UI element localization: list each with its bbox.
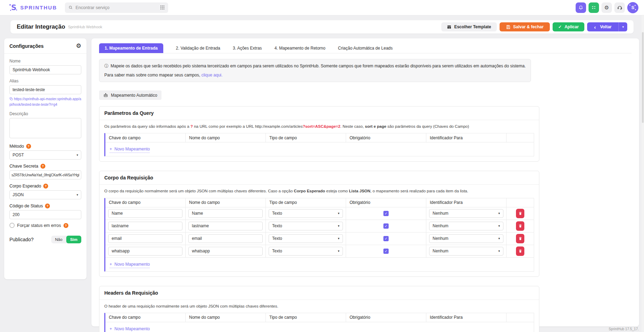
delete-row-button[interactable] (516, 234, 524, 243)
request-body-description: O corpo da requisição normalmente será u… (99, 185, 539, 194)
trash-icon (518, 211, 522, 215)
service-search[interactable] (65, 2, 168, 13)
description-field[interactable] (9, 118, 81, 138)
tasks-button[interactable] (589, 2, 599, 13)
main-content: 1. Mapeamento de Entrada 2. Validação de… (91, 38, 639, 326)
trash-icon (518, 224, 522, 228)
expected-body-help-icon[interactable]: ? (43, 184, 48, 189)
force-status-label: Forçar status em erros (17, 223, 61, 228)
status-help-icon[interactable]: ? (45, 204, 50, 208)
field-type-select[interactable]: Texto▾ (269, 247, 343, 256)
published-label: Publicado? (9, 237, 33, 242)
alias-field[interactable] (9, 85, 81, 94)
chevron-down-icon: ▾ (76, 153, 78, 157)
field-name-input[interactable] (188, 234, 263, 243)
request-headers-title: Headers da Requisição (99, 286, 539, 300)
brand-logo[interactable]: S SPRINTHUB (9, 3, 57, 12)
force-status-help-icon[interactable]: ? (63, 223, 68, 228)
field-key-input[interactable] (108, 247, 182, 256)
sidebar-title: Configurações (9, 43, 44, 49)
search-input[interactable] (76, 5, 160, 10)
field-key-input[interactable] (108, 222, 182, 230)
chevron-down-icon: ▾ (338, 224, 339, 228)
required-checkbox[interactable]: ✓ (383, 211, 389, 216)
mapping-row: Texto▾ ✓ Nenhum▾ (105, 220, 534, 233)
field-key-input[interactable] (108, 234, 182, 243)
gear-icon: ⚙ (604, 5, 609, 11)
status-code-field[interactable] (9, 210, 81, 219)
apps-grid-icon[interactable] (160, 5, 165, 10)
request-headers-description: O header de uma requisição normalmente s… (99, 300, 539, 309)
field-name-input[interactable] (188, 209, 263, 218)
scrollbar[interactable] (642, 15, 644, 332)
tab-extra-actions[interactable]: 3. Ações Extras (233, 43, 262, 53)
auto-mapping-button[interactable]: Mapeamento Automático (99, 90, 162, 100)
expected-body-select[interactable]: JSON ▾ (9, 190, 81, 199)
col-header-name: Nome do campo (186, 133, 266, 142)
force-status-radio[interactable] (9, 223, 15, 228)
template-icon (447, 25, 451, 29)
copy-icon (9, 97, 13, 101)
page-subtitle: SprintHub Webhook (68, 25, 102, 29)
secret-help-icon[interactable]: ? (40, 164, 45, 169)
settings-button[interactable]: ⚙ (601, 2, 612, 13)
col-header-actions (507, 133, 534, 142)
sidebar-gear-icon[interactable]: ⚙ (76, 43, 81, 49)
identifier-select[interactable]: Nenhum▾ (429, 209, 503, 218)
field-name-input[interactable] (188, 222, 263, 230)
field-type-select[interactable]: Texto▾ (269, 222, 343, 230)
check-icon: ✓ (558, 24, 562, 29)
tab-input-mapping[interactable]: 1. Mapeamento de Entrada (99, 43, 163, 53)
published-yes-option[interactable]: Sim (66, 236, 81, 243)
choose-template-button[interactable]: Escolher Template (441, 22, 497, 31)
method-help-icon[interactable]: ? (26, 144, 31, 149)
info-banner: ⓘMapeie os dados que serão recebidos pel… (99, 59, 531, 82)
col-header-required: Obrigatório (346, 198, 426, 207)
back-dropdown-button[interactable]: ▾ (619, 22, 627, 31)
required-checkbox[interactable]: ✓ (383, 249, 389, 254)
query-new-mapping-link[interactable]: + Novo Mapeamento (110, 147, 150, 153)
check-icon: ✓ (384, 237, 387, 241)
apply-button[interactable]: ✓ Aplicar (553, 22, 584, 31)
identifier-select[interactable]: Nenhum▾ (429, 222, 503, 230)
required-checkbox[interactable]: ✓ (383, 236, 389, 241)
tab-input-validation[interactable]: 2. Validação de Entrada (176, 43, 220, 53)
col-header-key: Chave do campo (105, 313, 186, 322)
back-split-button: ‹ Voltar ▾ (587, 22, 627, 31)
field-key-input[interactable] (108, 209, 182, 218)
notifications-button[interactable] (576, 2, 586, 13)
chevron-down-icon: ▾ (622, 25, 624, 29)
user-avatar[interactable]: S (627, 2, 638, 13)
body-new-mapping-link[interactable]: + Novo Mapeamento (110, 262, 150, 268)
secret-key-label: Chave Secreta ? (9, 164, 81, 169)
webhook-url-link[interactable]: https://sprinthub-api-master.sprinthub.a… (9, 96, 81, 107)
learn-more-link[interactable]: clique aqui. (201, 73, 223, 78)
published-no-option[interactable]: Não (51, 236, 66, 243)
save-close-button[interactable]: Salvar & fechar (500, 22, 550, 31)
delete-row-button[interactable] (516, 246, 524, 256)
col-header-key: Chave do campo (105, 133, 186, 142)
mapping-row: Texto▾ ✓ Nenhum▾ (105, 245, 534, 258)
settings-sidebar: Configurações ⚙ Nome Alias https://sprin… (4, 38, 87, 279)
status-code-label: Código de Status ? (9, 204, 81, 208)
col-header-key: Chave do campo (105, 198, 186, 207)
back-button[interactable]: ‹ Voltar (587, 22, 619, 31)
col-header-identifier: Identificador Para (426, 198, 507, 207)
field-type-select[interactable]: Texto▾ (269, 209, 343, 218)
chevron-down-icon: ▾ (498, 224, 500, 228)
headers-new-mapping-link[interactable]: + Novo Mapeamento (110, 326, 150, 332)
identifier-select[interactable]: Nenhum▾ (429, 234, 503, 243)
delete-row-button[interactable] (516, 209, 524, 218)
support-button[interactable] (614, 2, 625, 13)
method-select[interactable]: POST ▾ (9, 150, 81, 160)
chevron-down-icon: ▾ (498, 249, 500, 253)
required-checkbox[interactable]: ✓ (383, 223, 389, 229)
secret-key-field[interactable] (9, 170, 81, 179)
tab-return-mapping[interactable]: 4. Mapeamento de Retorno (275, 43, 325, 53)
tab-auto-leads[interactable]: Criação Automática de Leads (338, 43, 393, 53)
field-name-input[interactable] (188, 247, 263, 256)
identifier-select[interactable]: Nenhum▾ (429, 247, 503, 256)
name-field[interactable] (9, 65, 81, 74)
field-type-select[interactable]: Texto▾ (269, 234, 343, 243)
delete-row-button[interactable] (516, 221, 524, 231)
